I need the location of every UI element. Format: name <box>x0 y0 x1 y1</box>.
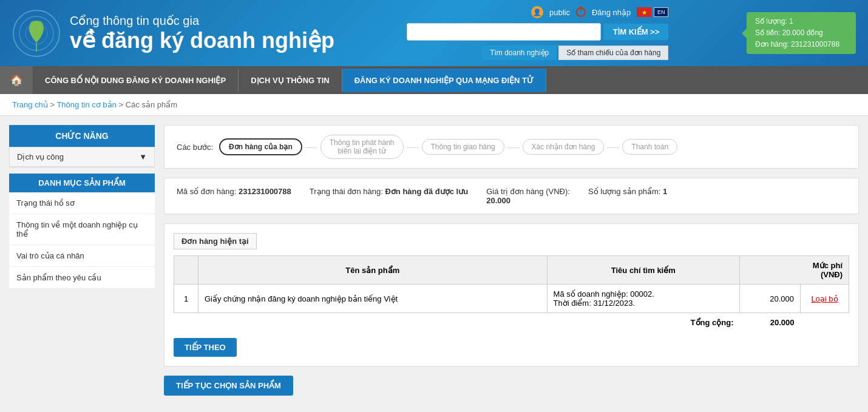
site-title: Cổng thông tin quốc gia về đăng ký doanh… <box>70 13 334 53</box>
breadcrumb-current: Các sản phẩm <box>126 100 177 109</box>
sidebar: CHỨC NĂNG Dịch vụ công ▼ DANH MỤC SẢN PH… <box>9 125 155 396</box>
bottom-button-area: TIẾP TỤC CHỌN SẢN PHẨM <box>164 376 859 396</box>
breadcrumb-sep2: > <box>118 100 125 109</box>
sep-2: —— <box>407 144 419 150</box>
nav-item-dang-ky[interactable]: ĐĂNG KÝ DOANH NGHIỆP QUA MẠNG ĐIỆN TỬ <box>342 69 546 92</box>
tiep-theo-button[interactable]: TIẾP THEO <box>174 338 237 357</box>
sidebar-dich-vu-section: Dịch vụ công ▼ <box>9 147 155 167</box>
order-table: Tên sản phẩm Tiêu chí tìm kiếm Mức phí (… <box>174 255 849 332</box>
breadcrumb-thong-tin[interactable]: Thông tin cơ bản <box>56 100 116 109</box>
search-area: TÌM KIẾM >> <box>407 23 669 41</box>
order-ma-so-label: Mã số đơn hàng: <box>177 187 236 196</box>
row-muc-phi: 20.000 <box>740 285 801 313</box>
sidebar-dich-vu-dropdown[interactable]: Dịch vụ công ▼ <box>10 147 154 167</box>
flag-vn-icon[interactable] <box>637 7 651 17</box>
right-content: Các bước: Đơn hàng của bạn —— Thông tin … <box>164 125 859 396</box>
language-flags: EN <box>637 7 668 17</box>
order-so-luong-label: Số lượng sản phẩm: <box>588 187 661 196</box>
home-icon: 🏠 <box>10 74 23 86</box>
step-2-label-line1: Thông tin phát hành <box>330 138 395 147</box>
cart-amount: Số tiền: 20.000 đồng <box>755 27 847 39</box>
order-so-luong: Số lượng sản phẩm: 1 <box>588 187 667 196</box>
search-button[interactable]: TÌM KIẾM >> <box>604 24 669 40</box>
order-so-luong-value: 1 <box>663 187 667 196</box>
steps-flow: Đơn hàng của bạn —— Thông tin phát hành … <box>219 135 677 159</box>
steps-label: Các bước: <box>177 143 213 152</box>
col-header-ten: Tên sản phẩm <box>198 256 548 285</box>
title-line2: về đăng ký doanh nghiệp <box>70 28 334 53</box>
search-tabs: Tìm doanh nghiệp Số tham chiếu của đơn h… <box>482 46 668 60</box>
order-gia-tri: Giá trị đơn hàng (VNĐ): 20.000 <box>486 187 570 205</box>
order-trang-thai: Trạng thái đơn hàng: Đơn hàng đã được lư… <box>310 187 468 196</box>
tiep-theo-button-wrap: TIẾP THEO <box>174 332 849 357</box>
col-header-stt <box>174 256 198 285</box>
table-row: 1 Giấy chứng nhận đăng ký doanh nghiệp b… <box>174 285 849 313</box>
remove-link[interactable]: Loại bỏ <box>811 294 838 303</box>
row-tieu-chi: Mã số doanh nghiệp: 00002. Thời điểm: 31… <box>547 285 739 313</box>
nav-item-cong-bo[interactable]: CÔNG BỐ NỘI DUNG ĐĂNG KÝ DOANH NGHIỆP <box>33 69 239 92</box>
tiep-tuc-chon-button[interactable]: TIẾP TỤC CHỌN SẢN PHẨM <box>164 376 293 396</box>
nav-item-dich-vu[interactable]: DỊCH VỤ THÔNG TIN <box>239 69 342 92</box>
login-label[interactable]: Đăng nhập <box>592 8 631 17</box>
tab-company[interactable]: Tìm doanh nghiệp <box>482 46 557 60</box>
main-content: CHỨC NĂNG Dịch vụ công ▼ DANH MỤC SẢN PH… <box>0 116 868 405</box>
user-avatar-icon: 👤 <box>531 6 543 18</box>
sidebar-item-trang-thai[interactable]: Trạng thái hồ sơ <box>9 192 155 214</box>
steps-bar: Các bước: Đơn hàng của bạn —— Thông tin … <box>164 125 859 169</box>
col-header-muc-phi: Mức phí (VNĐ) <box>740 256 849 285</box>
order-ma-so-value: 231231000788 <box>239 187 291 196</box>
breadcrumb-home[interactable]: Trang chủ <box>12 100 48 109</box>
step-3-label: Thông tin giao hàng <box>431 143 495 151</box>
tab-ref[interactable]: Số tham chiếu của đơn hàng <box>558 46 668 60</box>
sep-3: —— <box>507 144 520 150</box>
breadcrumb: Trang chủ > Thông tin cơ bản > Các sản p… <box>0 94 868 116</box>
order-gia-tri-value: 20.000 <box>486 196 510 205</box>
order-ma-so: Mã số đơn hàng: 231231000788 <box>177 187 291 196</box>
nav-bar: 🏠 CÔNG BỐ NỘI DUNG ĐĂNG KÝ DOANH NGHIỆP … <box>0 66 868 94</box>
step-3[interactable]: Thông tin giao hàng <box>422 139 504 155</box>
row-ten: Giấy chứng nhận đăng ký doanh nghiệp bản… <box>198 285 548 313</box>
step-1-label: Đơn hàng của bạn <box>229 143 293 151</box>
step-2-label-line2: biên lai điện tử <box>338 147 386 155</box>
sidebar-chuc-nang-title: CHỨC NĂNG <box>9 125 155 147</box>
sidebar-item-san-pham[interactable]: Sản phẩm theo yêu cầu <box>9 267 155 289</box>
step-4-label: Xác nhận đơn hàng <box>532 143 595 151</box>
cart-badge[interactable]: Số lượng: 1 Số tiền: 20.000 đồng Đơn hàn… <box>747 12 856 55</box>
tong-cong-value: 20.000 <box>740 313 801 333</box>
chevron-down-icon: ▼ <box>139 152 147 161</box>
order-trang-thai-label: Trạng thái đơn hàng: <box>310 187 383 196</box>
col-header-tieu-chi: Tiêu chí tìm kiếm <box>547 256 739 285</box>
header: Cổng thông tin quốc gia về đăng ký doanh… <box>0 0 868 66</box>
step-4[interactable]: Xác nhận đơn hàng <box>523 139 605 155</box>
sep-1: —— <box>305 144 317 150</box>
row-action[interactable]: Loại bỏ <box>801 285 849 313</box>
step-1[interactable]: Đơn hàng của bạn <box>219 138 302 155</box>
step-5[interactable]: Thanh toán <box>622 139 677 155</box>
power-icon[interactable] <box>576 7 586 17</box>
search-input[interactable] <box>407 23 601 41</box>
order-table-title: Đơn hàng hiện tại <box>174 233 257 249</box>
order-table-area: Đơn hàng hiện tại Tên sản phẩm Tiêu chí … <box>164 223 859 366</box>
order-gia-tri-label: Giá trị đơn hàng (VNĐ): <box>486 187 570 196</box>
sidebar-item-thong-tin[interactable]: Thông tin về một doanh nghiệp cụ thể <box>9 214 155 245</box>
order-trang-thai-value: Đơn hàng đã được lưu <box>385 187 468 196</box>
step-2[interactable]: Thông tin phát hành biên lai điện tử <box>320 135 404 159</box>
cart-order-id: Đơn hàng: 231231000788 <box>755 39 847 50</box>
top-bar: 👤 public Đăng nhập EN <box>531 6 668 18</box>
breadcrumb-sep1: > <box>50 100 56 109</box>
sidebar-items-list: Trạng thái hồ sơ Thông tin về một doanh … <box>9 192 155 289</box>
col-vnd-label: (VNĐ) <box>746 270 843 279</box>
order-summary: Mã số đơn hàng: 231231000788 Trạng thái … <box>164 178 859 214</box>
sidebar-danh-muc-title: DANH MỤC SẢN PHẨM <box>9 174 155 192</box>
cart-quantity: Số lượng: 1 <box>755 16 847 27</box>
col-muc-phi-label: Mức phí <box>746 261 843 270</box>
tong-cong-spacer <box>801 313 849 333</box>
flag-en-icon[interactable]: EN <box>654 7 668 17</box>
step-5-label: Thanh toán <box>631 143 668 151</box>
header-right: 👤 public Đăng nhập EN TÌM KIẾM >> Tìm do… <box>407 6 669 60</box>
row-stt: 1 <box>174 285 198 313</box>
nav-home-button[interactable]: 🏠 <box>0 66 33 94</box>
logo-area: Cổng thông tin quốc gia về đăng ký doanh… <box>12 9 334 58</box>
sidebar-item-vai-tro[interactable]: Vai trò của cá nhân <box>9 245 155 267</box>
sep-4: —— <box>607 144 619 150</box>
